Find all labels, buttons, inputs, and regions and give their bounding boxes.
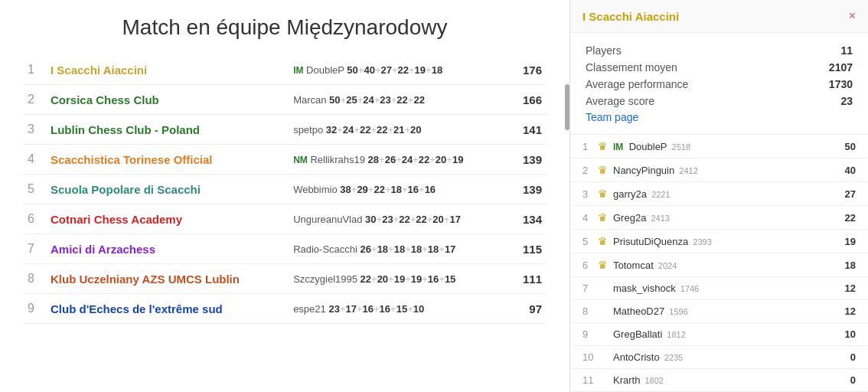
- list-item: 3♛garry2a 222127: [570, 182, 868, 206]
- crown-icon: ♛: [598, 235, 613, 247]
- team-scores: espe21 23+17+16+16+15+10: [289, 294, 508, 324]
- team-scores: spetpo 32+24+22+22+21+20: [289, 115, 508, 145]
- player-score: 12: [837, 305, 856, 317]
- table-row: 5Scuola Popolare di ScacchiWebbimio 38+2…: [23, 175, 547, 204]
- crown-icon: ♛: [598, 140, 613, 152]
- list-item: 6♛Totomcat 202418: [570, 253, 868, 277]
- list-item: 5♛PrisutuDiQuenza 239319: [570, 230, 868, 253]
- team-total: 139: [508, 145, 547, 175]
- players-list: 1♛IM DoubleP 2518502♛NancyPinguin 241240…: [570, 135, 868, 392]
- crown-icon: ♛: [598, 188, 613, 200]
- player-name[interactable]: MatheoD27 1596: [613, 305, 837, 317]
- avg-perf-label: Average performance: [586, 78, 688, 90]
- player-name[interactable]: GregBallati 1812: [613, 328, 837, 340]
- player-rank: 6: [582, 260, 598, 271]
- player-rating: 1746: [678, 284, 700, 293]
- team-total: 97: [508, 294, 547, 324]
- left-panel: Match en équipe Międzynarodowy 1I Scacch…: [0, 0, 569, 392]
- list-item: 1♛IM DoubleP 251850: [570, 135, 868, 158]
- team-scores: Szczygiel1995 22+20+19+19+16+15: [289, 264, 508, 294]
- team-scores: Radio-Scacchi 26+18+18+18+18+17: [289, 234, 508, 264]
- team-name[interactable]: Cotnari Chess Academy: [46, 204, 289, 234]
- team-total: 134: [508, 204, 547, 234]
- player-name[interactable]: Krarth 1802: [613, 374, 837, 386]
- team-name[interactable]: Amici di Arzachess: [46, 234, 289, 264]
- player-rating: 2518: [670, 142, 691, 152]
- player-score: 40: [837, 165, 856, 176]
- player-name[interactable]: Totomcat 2024: [613, 260, 837, 271]
- player-rank: 8: [582, 305, 598, 317]
- team-scores: IM DoubleP 50+40+27+22+19+18: [289, 55, 508, 85]
- team-rank: 1: [23, 55, 46, 85]
- player-rating: 2221: [649, 190, 671, 199]
- players-stat: Players 11: [586, 42, 853, 59]
- team-page-link[interactable]: Team page: [586, 109, 638, 125]
- list-item: 4♛Greg2a 241322: [570, 206, 868, 230]
- player-score: 19: [837, 236, 856, 247]
- players-label: Players: [586, 44, 622, 57]
- player-name[interactable]: Greg2a 2413: [613, 212, 837, 224]
- list-item: 7mask_vishock 174612: [570, 277, 868, 300]
- player-rating: 2413: [648, 214, 670, 223]
- team-total: 141: [508, 115, 547, 145]
- team-name[interactable]: Lublin Chess Club - Poland: [46, 115, 289, 145]
- team-scores: Webbimio 38+29+22+18+16+16: [289, 175, 508, 204]
- list-item: 8MatheoD27 159612: [570, 300, 868, 323]
- player-rank: 10: [582, 351, 598, 363]
- team-total: 115: [508, 234, 547, 264]
- panel-title: I Scacchi Aiaccini: [582, 10, 679, 23]
- classement-stat: Classement moyen 2107: [586, 59, 853, 76]
- avg-score-value: 23: [840, 95, 853, 107]
- player-name[interactable]: AntoCristo 2235: [613, 351, 837, 363]
- player-score: 27: [837, 188, 856, 200]
- team-name[interactable]: Corsica Chess Club: [46, 85, 289, 115]
- team-name[interactable]: Scuola Popolare di Scacchi: [46, 175, 289, 204]
- player-rank: 9: [582, 328, 598, 340]
- player-rating: 2412: [677, 166, 698, 175]
- player-score: 10: [837, 328, 856, 340]
- table-row: 7Amici di ArzachessRadio-Scacchi 26+18+1…: [23, 234, 547, 264]
- team-table: 1I Scacchi AiacciniIM DoubleP 50+40+27+2…: [23, 55, 547, 324]
- player-name[interactable]: IM DoubleP 2518: [613, 141, 837, 152]
- avg-score-label: Average score: [586, 95, 654, 107]
- player-rank: 4: [582, 212, 598, 224]
- team-rank: 5: [23, 175, 46, 204]
- player-score: 0: [837, 351, 856, 363]
- scrollbar[interactable]: [565, 84, 569, 130]
- team-name[interactable]: Club d'Echecs de l'extrême sud: [46, 294, 289, 324]
- player-rank: 2: [582, 165, 598, 176]
- team-scores: UngureanuVlad 30+23+22+22+20+17: [289, 204, 508, 234]
- team-rank: 6: [23, 204, 46, 234]
- close-button[interactable]: ×: [849, 9, 856, 23]
- crown-icon: ♛: [598, 211, 613, 224]
- player-rating: 2393: [690, 237, 712, 247]
- classement-label: Classement moyen: [586, 61, 677, 74]
- table-row: 4Scacchistica Torinese OfficialNM Rellik…: [23, 145, 547, 175]
- team-rank: 2: [23, 85, 46, 115]
- team-name[interactable]: I Scacchi Aiaccini: [46, 55, 289, 85]
- player-rank: 5: [582, 236, 598, 247]
- list-item: 11Krarth 18020: [570, 369, 868, 392]
- table-row: 6Cotnari Chess AcademyUngureanuVlad 30+2…: [23, 204, 547, 234]
- table-row: 3Lublin Chess Club - Polandspetpo 32+24+…: [23, 115, 547, 145]
- table-row: 8Klub Uczelniany AZS UMCS LublinSzczygie…: [23, 264, 547, 294]
- players-value: 11: [840, 44, 853, 57]
- player-name[interactable]: garry2a 2221: [613, 188, 837, 200]
- player-name[interactable]: PrisutuDiQuenza 2393: [613, 236, 837, 247]
- player-rating: 1596: [667, 307, 688, 316]
- player-rank: 11: [582, 374, 598, 386]
- player-score: 12: [837, 283, 856, 294]
- avg-score-stat: Average score 23: [586, 93, 853, 109]
- player-score: 22: [837, 212, 856, 224]
- player-name[interactable]: NancyPinguin 2412: [613, 165, 837, 176]
- team-name[interactable]: Scacchistica Torinese Official: [46, 145, 289, 175]
- player-rank: 1: [582, 141, 598, 152]
- team-name[interactable]: Klub Uczelniany AZS UMCS Lublin: [46, 264, 289, 294]
- classement-value: 2107: [829, 61, 853, 74]
- table-row: 9Club d'Echecs de l'extrême sudespe21 23…: [23, 294, 547, 324]
- player-rank: 3: [582, 188, 598, 200]
- team-total: 166: [508, 85, 547, 115]
- player-name[interactable]: mask_vishock 1746: [613, 283, 837, 294]
- stats-section: Players 11 Classement moyen 2107 Average…: [570, 33, 868, 135]
- team-rank: 8: [23, 264, 46, 294]
